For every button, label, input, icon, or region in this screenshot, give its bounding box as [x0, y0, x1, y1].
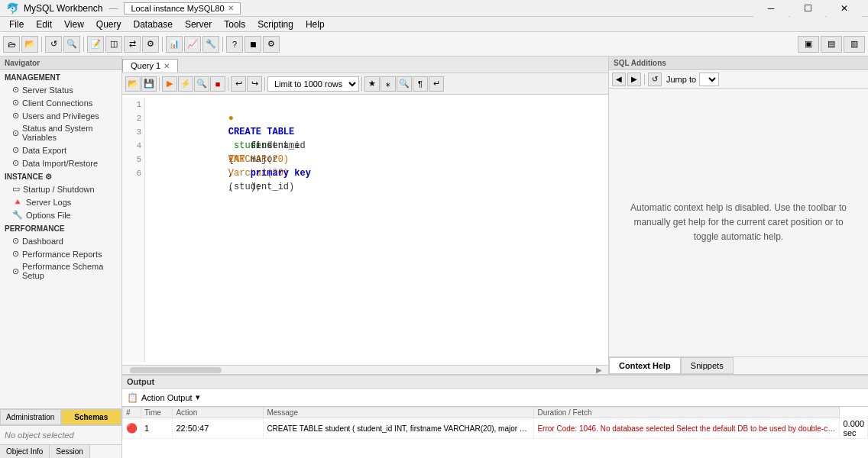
new-schema-button[interactable]: 🗁 [3, 36, 20, 53]
object-info-tab[interactable]: Object Info [0, 445, 50, 458]
horizontal-scrollbar[interactable]: ▶ [122, 365, 608, 374]
nav-client-connections[interactable]: ⊙ Client Connections [0, 96, 121, 109]
jump-to-select[interactable] [699, 73, 719, 86]
sa-back-button[interactable]: ◀ [612, 73, 626, 86]
options-icon: 🔧 [12, 210, 23, 220]
col-action: Action [173, 408, 264, 418]
nav-data-export[interactable]: ⊙ Data Export [0, 144, 121, 156]
nav-server-status[interactable]: ⊙ Server Status [0, 83, 121, 96]
undo-button[interactable]: ↩ [231, 76, 246, 92]
output-icon: 📋 [127, 392, 138, 403]
model-button[interactable]: ◫ [105, 36, 122, 53]
mysql-util-button[interactable]: ⚙ [142, 36, 159, 53]
nav-status-variables[interactable]: ⊙ Status and System Variables [0, 122, 121, 144]
nav-options-file[interactable]: 🔧 Options File [0, 208, 121, 221]
format-button[interactable]: ⁎ [381, 76, 396, 92]
no-object-selected: No object selected [0, 425, 121, 444]
col-message: Message [264, 408, 534, 418]
nav-performance-reports[interactable]: ⊙ Performance Reports [0, 247, 121, 260]
performance-button[interactable]: 📊 [166, 36, 183, 53]
row-duration: 0.000 sec [840, 418, 868, 439]
settings-button[interactable]: ⚙ [263, 36, 280, 53]
server-status-icon: ⊙ [12, 85, 19, 95]
invisible-button[interactable]: ¶ [413, 76, 428, 92]
layout-btn-3[interactable]: ▥ [844, 36, 865, 53]
output-row-1: 🔴 1 22:50:47 CREATE TABLE student ( stud… [123, 418, 868, 439]
error-icon: 🔴 [126, 423, 138, 434]
nav-server-logs[interactable]: 🔺 Server Logs [0, 195, 121, 208]
open-button[interactable]: 📂 [21, 36, 38, 53]
nav-performance-schema[interactable]: ⊙ Performance Schema Setup [0, 260, 121, 282]
menu-database[interactable]: Database [128, 18, 179, 31]
save-sql-button[interactable]: 💾 [141, 76, 157, 92]
navigator-panel: Navigator MANAGEMENT ⊙ Server Status ⊙ C… [0, 56, 122, 458]
query-tab-1[interactable]: Query 1 ✕ [122, 59, 178, 73]
nav-dashboard[interactable]: ⊙ Dashboard [0, 234, 121, 247]
redo-button[interactable]: ↪ [247, 76, 262, 92]
action-output-label: Action Output [141, 393, 193, 402]
row-action: CREATE TABLE student ( student_id INT, f… [264, 418, 534, 439]
sql-editor[interactable]: 1 2 3 4 5 6 ● CREATE TABLE student { [122, 95, 608, 365]
code-content[interactable]: ● CREATE TABLE student { student_id INT … [145, 98, 608, 362]
find-button[interactable]: 🔍 [397, 76, 412, 92]
layout-btn-1[interactable]: ▣ [798, 36, 819, 53]
tab-close-icon[interactable]: ✕ [228, 4, 234, 12]
run-sql-button[interactable]: ▶ [162, 76, 177, 92]
menu-tools[interactable]: Tools [218, 18, 251, 31]
qtool-sep-2 [228, 77, 228, 91]
query-tab-close-icon[interactable]: ✕ [164, 62, 170, 70]
limit-select[interactable]: Limit to 1000 rows [267, 76, 359, 92]
menu-query[interactable]: Query [90, 18, 128, 31]
open-sql-button[interactable]: 📂 [125, 76, 141, 92]
dropdown-icon[interactable]: ▾ [196, 392, 200, 402]
wrap-button[interactable]: ↵ [429, 76, 444, 92]
main-toolbar: 🗁 📂 ↺ 🔍 📝 ◫ ⇄ ⚙ 📊 📈 🔧 ? ⏹ ⚙ ▣ ▤ ▥ [0, 32, 868, 56]
refresh-button[interactable]: ↺ [45, 36, 62, 53]
restore-button[interactable]: ☐ [790, 0, 825, 17]
dashboard-button[interactable]: 📈 [184, 36, 201, 53]
status-icon: ⊙ [12, 128, 19, 138]
menu-view[interactable]: View [58, 18, 90, 31]
stop-query-button[interactable]: ■ [210, 76, 225, 92]
reports-button[interactable]: 🔧 [202, 36, 219, 53]
migrate-button[interactable]: ⇄ [124, 36, 141, 53]
snippets-tab[interactable]: Snippets [681, 357, 734, 374]
scroll-right-arrow[interactable]: ▶ [596, 366, 602, 374]
close-button[interactable]: ✕ [827, 0, 862, 17]
administration-tab[interactable]: Administration [0, 409, 61, 425]
sa-forward-button[interactable]: ▶ [627, 73, 641, 86]
context-help-tab[interactable]: Context Help [609, 357, 681, 374]
menu-scripting[interactable]: Scripting [251, 18, 300, 31]
output-toolbar: 📋 Action Output ▾ [122, 389, 868, 407]
menu-bar: File Edit View Query Database Server Too… [0, 17, 868, 32]
row-num: 1 [141, 418, 173, 439]
menu-edit[interactable]: Edit [30, 18, 58, 31]
sql-editor-button[interactable]: 📝 [87, 36, 104, 53]
session-tab[interactable]: Session [50, 445, 90, 458]
editor-wrapper: Query 1 ✕ 📂 💾 ▶ ⚡ 🔍 ■ ↩ ↪ [122, 56, 608, 374]
perf-schema-icon: ⊙ [12, 266, 19, 276]
nav-data-import[interactable]: ⊙ Data Import/Restore [0, 156, 121, 169]
filter-button[interactable]: 🔍 [63, 36, 80, 53]
menu-help[interactable]: Help [300, 18, 331, 31]
content-main: Query 1 ✕ 📂 💾 ▶ ⚡ 🔍 ■ ↩ ↪ [122, 56, 868, 458]
menu-server[interactable]: Server [179, 18, 218, 31]
schemas-tab[interactable]: Schemas [61, 409, 122, 425]
menu-file[interactable]: File [3, 18, 30, 31]
instance-tab[interactable]: Local instance MySQL80 ✕ [124, 2, 240, 15]
minimize-button[interactable]: ─ [753, 0, 789, 17]
nav-users-privileges[interactable]: ⊙ Users and Privileges [0, 109, 121, 122]
navigator-scroll: MANAGEMENT ⊙ Server Status ⊙ Client Conn… [0, 70, 121, 408]
run-selection-button[interactable]: ⚡ [178, 76, 193, 92]
sa-refresh-button[interactable]: ↺ [648, 73, 662, 86]
nav-startup-shutdown[interactable]: ▭ Startup / Shutdown [0, 182, 121, 195]
help-button[interactable]: ? [226, 36, 243, 53]
scroll-track[interactable] [130, 367, 222, 373]
toolbar-separator-4 [222, 37, 223, 52]
explain-button[interactable]: 🔍 [194, 76, 209, 92]
star-button[interactable]: ★ [364, 76, 380, 92]
stop-button[interactable]: ⏹ [245, 36, 261, 53]
navigator-tabs: Administration Schemas [0, 408, 121, 425]
startup-icon: ▭ [12, 184, 20, 194]
layout-btn-2[interactable]: ▤ [821, 36, 842, 53]
